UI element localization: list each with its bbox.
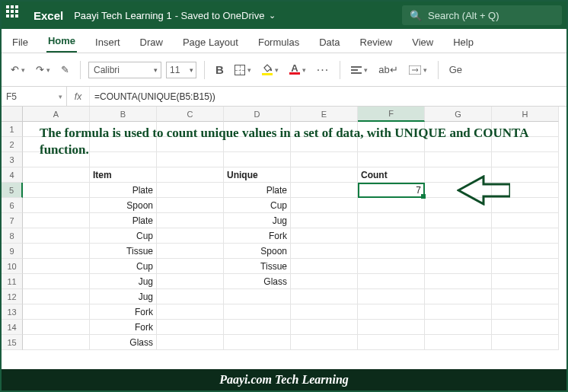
- row-header[interactable]: 10: [2, 259, 23, 274]
- cell-unique[interactable]: Spoon: [224, 244, 291, 259]
- row-header[interactable]: 13: [2, 304, 23, 320]
- cell-item[interactable]: Plate: [90, 183, 157, 198]
- app-name: Excel: [34, 9, 63, 22]
- col-header[interactable]: A: [23, 107, 90, 122]
- cell-item[interactable]: Jug: [90, 274, 157, 289]
- tab-data[interactable]: Data: [318, 32, 341, 53]
- row-header[interactable]: 7: [2, 213, 23, 228]
- wrap-icon: ab↵: [378, 64, 397, 75]
- cell-unique[interactable]: Fork: [224, 228, 291, 244]
- tab-formulas[interactable]: Formulas: [257, 32, 301, 53]
- cell-count[interactable]: 7: [358, 183, 425, 198]
- col-header[interactable]: B: [90, 107, 157, 122]
- row-header[interactable]: 9: [2, 244, 23, 259]
- merge-button[interactable]: ▾: [406, 64, 430, 76]
- font-color-button[interactable]: A▾: [286, 63, 309, 76]
- saved-location: - Saved to OneDrive: [175, 10, 265, 21]
- tab-page-layout[interactable]: Page Layout: [181, 32, 240, 53]
- name-box[interactable]: F5▾: [2, 87, 67, 106]
- undo-button[interactable]: ↶▾: [8, 62, 28, 77]
- description-text: The formula is used to count unique valu…: [40, 125, 536, 158]
- col-header[interactable]: H: [492, 107, 559, 122]
- cell-item[interactable]: Cup: [90, 228, 157, 244]
- border-icon: [235, 65, 245, 75]
- col-header[interactable]: E: [291, 107, 358, 122]
- more-font-button[interactable]: ···: [314, 62, 332, 78]
- redo-button[interactable]: ↷▾: [33, 62, 53, 77]
- row-header[interactable]: 1: [2, 122, 23, 137]
- redo-icon: ↷: [36, 64, 44, 75]
- fill-color-button[interactable]: ▾: [259, 62, 282, 77]
- number-format-select[interactable]: Ge: [446, 62, 465, 77]
- wrap-text-button[interactable]: ab↵: [375, 62, 400, 77]
- row-header[interactable]: 6: [2, 198, 23, 213]
- cell-item[interactable]: Cup: [90, 259, 157, 274]
- row-header[interactable]: 2: [2, 137, 23, 152]
- title-bar: Excel Paayi Tech Learning 1 - Saved to O…: [2, 2, 566, 29]
- row-header[interactable]: 8: [2, 228, 23, 244]
- cell-item[interactable]: Fork: [90, 320, 157, 335]
- arrow-icon: [457, 175, 510, 206]
- svg-point-0: [270, 69, 272, 71]
- tab-view[interactable]: View: [410, 32, 435, 53]
- fx-button[interactable]: fx: [67, 87, 90, 106]
- search-placeholder: Search (Alt + Q): [428, 10, 499, 21]
- tab-help[interactable]: Help: [452, 32, 475, 53]
- undo-icon: ↶: [11, 64, 19, 75]
- row-header[interactable]: 12: [2, 289, 23, 304]
- cell-item[interactable]: Glass: [90, 335, 157, 350]
- cell-unique[interactable]: Plate: [224, 183, 291, 198]
- tab-home[interactable]: Home: [46, 30, 77, 53]
- spreadsheet-grid: 1 2 3 4 5 6 7 8 9 10 11 12 13 14 15 A B …: [2, 107, 566, 350]
- row-header[interactable]: 4: [2, 167, 23, 183]
- cell-item[interactable]: Plate: [90, 213, 157, 228]
- col-header[interactable]: C: [157, 107, 224, 122]
- cell-unique[interactable]: Tissue: [224, 259, 291, 274]
- row-header[interactable]: 15: [2, 335, 23, 350]
- ribbon-toolbar: ↶▾ ↷▾ ✎ Calibri 11 B ▾ ▾ A▾ ··· ▾ ab↵ ▾ …: [2, 53, 566, 87]
- align-left-button[interactable]: ▾: [348, 65, 371, 75]
- document-name[interactable]: Paayi Tech Learning 1: [74, 10, 171, 21]
- tab-draw[interactable]: Draw: [139, 32, 164, 53]
- format-painter-button[interactable]: ✎: [58, 62, 72, 77]
- row-header[interactable]: 3: [2, 152, 23, 167]
- cell-item[interactable]: Tissue: [90, 244, 157, 259]
- select-all-corner[interactable]: [2, 107, 23, 122]
- merge-icon: [409, 65, 421, 75]
- footer-branding: Paayi.com Tech Learning: [2, 369, 566, 390]
- col-header[interactable]: G: [425, 107, 492, 122]
- chevron-down-icon[interactable]: ⌄: [269, 11, 276, 21]
- cell-unique[interactable]: Glass: [224, 274, 291, 289]
- col-header[interactable]: F: [358, 107, 425, 122]
- app-launcher-icon[interactable]: [6, 5, 26, 25]
- cell-item[interactable]: Fork: [90, 304, 157, 320]
- ribbon-tabs: File Home Insert Draw Page Layout Formul…: [2, 29, 566, 53]
- search-input[interactable]: 🔍 Search (Alt + Q): [402, 5, 562, 25]
- tab-file[interactable]: File: [11, 32, 30, 53]
- header-unique[interactable]: Unique: [224, 167, 291, 183]
- cell-item[interactable]: Jug: [90, 289, 157, 304]
- font-family-select[interactable]: Calibri: [88, 62, 161, 78]
- formula-bar: F5▾ fx =COUNTA(UNIQUE(B5:B15)): [2, 87, 566, 107]
- header-count[interactable]: Count: [358, 167, 425, 183]
- brush-icon: ✎: [61, 64, 69, 75]
- header-item[interactable]: Item: [90, 167, 157, 183]
- bold-button[interactable]: B: [212, 62, 227, 78]
- row-header[interactable]: 5: [2, 183, 23, 198]
- row-header[interactable]: 14: [2, 320, 23, 335]
- cell-item[interactable]: Spoon: [90, 198, 157, 213]
- cells-area[interactable]: Item Unique Count PlatePlate7 SpoonCup P…: [23, 122, 566, 350]
- search-icon: 🔍: [410, 10, 422, 21]
- formula-input[interactable]: =COUNTA(UNIQUE(B5:B15)): [90, 87, 566, 106]
- bucket-icon: [262, 64, 273, 72]
- align-icon: [351, 66, 362, 74]
- cell-unique[interactable]: Cup: [224, 198, 291, 213]
- tab-review[interactable]: Review: [359, 32, 394, 53]
- font-size-select[interactable]: 11: [166, 62, 196, 78]
- row-header[interactable]: 11: [2, 274, 23, 289]
- cell-unique[interactable]: Jug: [224, 213, 291, 228]
- col-header[interactable]: D: [224, 107, 291, 122]
- borders-button[interactable]: ▾: [231, 63, 254, 77]
- tab-insert[interactable]: Insert: [94, 32, 122, 53]
